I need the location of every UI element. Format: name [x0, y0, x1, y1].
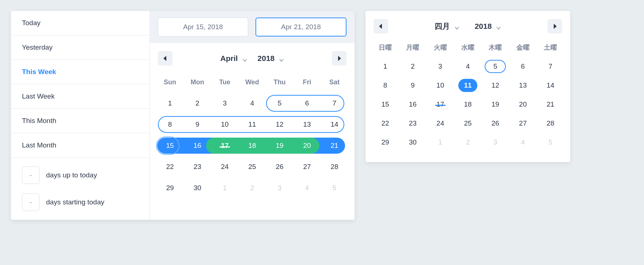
day-cell[interactable]: 12	[266, 120, 293, 128]
chevron-down-icon	[279, 56, 284, 61]
day-cell[interactable]: 24	[427, 119, 454, 127]
day-cell[interactable]: 4	[510, 138, 536, 146]
days-starting-today-input[interactable]	[22, 193, 39, 211]
days-up-to-today-row[interactable]: days up to today	[22, 166, 139, 184]
day-cell[interactable]: 3	[482, 138, 508, 146]
day-cell[interactable]: 2	[399, 62, 426, 70]
preset-this-month[interactable]: This Month	[11, 109, 149, 133]
day-cell[interactable]: 16	[399, 100, 426, 108]
preset-this-week[interactable]: This Week	[11, 60, 149, 84]
year-select[interactable]: 2018	[475, 22, 501, 31]
day-cell[interactable]: 18	[455, 100, 481, 108]
day-cell[interactable]: 14	[321, 120, 348, 128]
day-cell[interactable]: 28	[537, 119, 564, 127]
day-cell[interactable]: 6	[510, 62, 536, 70]
preset-yesterday[interactable]: Yesterday	[11, 35, 149, 60]
day-cell[interactable]: 1	[427, 138, 454, 146]
day-cell[interactable]: 28	[321, 163, 348, 171]
day-cell[interactable]: 26	[482, 119, 508, 127]
next-month-button[interactable]	[332, 51, 346, 66]
day-cell[interactable]: 16	[184, 142, 211, 150]
month-select[interactable]: April	[220, 54, 247, 63]
day-cell[interactable]: 24	[211, 163, 238, 171]
calendar-column: Apr 15, 2018 Apr 21, 2018 April 2018	[150, 11, 355, 220]
days-starting-today-row[interactable]: days starting today	[22, 193, 139, 211]
day-cell[interactable]: 17	[211, 142, 238, 150]
day-cell[interactable]: 12	[482, 81, 508, 89]
start-date-field[interactable]: Apr 15, 2018	[158, 18, 248, 37]
day-cell[interactable]: 9	[184, 120, 211, 128]
day-cell[interactable]: 19	[482, 100, 508, 108]
day-cell[interactable]: 13	[510, 81, 536, 89]
day-cell[interactable]: 30	[399, 138, 426, 146]
end-date-field[interactable]: Apr 21, 2018	[255, 18, 346, 37]
chevron-left-icon	[163, 56, 167, 61]
day-cell[interactable]: 25	[455, 119, 481, 127]
day-cell[interactable]: 11	[239, 120, 266, 128]
day-cell[interactable]: 5	[482, 62, 508, 70]
days-up-to-today-input[interactable]	[22, 166, 39, 184]
svg-marker-1	[338, 56, 341, 61]
preset-last-month[interactable]: Last Month	[11, 133, 149, 158]
day-cell[interactable]: 4	[239, 99, 266, 107]
day-cell[interactable]: 3	[427, 62, 454, 70]
year-select[interactable]: 2018	[258, 54, 284, 63]
weekday-label: Sun	[156, 78, 183, 86]
day-cell[interactable]: 18	[239, 142, 266, 150]
day-cell[interactable]: 1	[372, 62, 398, 70]
day-cell[interactable]: 4	[455, 62, 481, 70]
prev-month-button[interactable]	[158, 51, 173, 66]
next-month-button[interactable]	[548, 19, 562, 34]
day-cell[interactable]: 30	[184, 184, 211, 192]
day-cell[interactable]: 8	[156, 120, 183, 128]
day-cell[interactable]: 27	[510, 119, 536, 127]
day-cell[interactable]: 21	[321, 142, 348, 150]
day-cell[interactable]: 22	[156, 163, 183, 171]
day-cell[interactable]: 26	[266, 163, 293, 171]
day-cell[interactable]: 1	[156, 99, 183, 107]
day-cell[interactable]: 15	[156, 142, 183, 150]
day-cell[interactable]: 17	[427, 100, 454, 108]
day-cell[interactable]: 9	[399, 81, 426, 89]
day-cell[interactable]: 20	[510, 100, 536, 108]
day-cell[interactable]: 13	[293, 120, 321, 128]
day-cell[interactable]: 20	[293, 142, 321, 150]
day-cell[interactable]: 21	[537, 100, 564, 108]
weekday-label: Fri	[293, 78, 321, 86]
weekday-label: 水曜	[455, 43, 481, 52]
weekday-label: Sat	[321, 78, 348, 86]
chevron-down-icon	[242, 56, 247, 61]
preset-last-week[interactable]: Last Week	[11, 84, 149, 109]
day-cell[interactable]: 11	[455, 81, 481, 89]
day-cell[interactable]: 2	[184, 99, 211, 107]
day-cell[interactable]: 19	[266, 142, 293, 150]
day-cell[interactable]: 5	[537, 138, 564, 146]
month-select[interactable]: 四月	[435, 21, 459, 31]
day-cell[interactable]: 22	[372, 119, 398, 127]
day-cell[interactable]: 23	[399, 119, 426, 127]
day-cell[interactable]: 2	[239, 184, 266, 192]
day-cell[interactable]: 2	[455, 138, 481, 146]
day-cell[interactable]: 5	[266, 99, 293, 107]
day-cell[interactable]: 7	[537, 62, 564, 70]
day-cell[interactable]: 23	[184, 163, 211, 171]
day-cell[interactable]: 3	[266, 184, 293, 192]
day-cell[interactable]: 15	[372, 100, 398, 108]
day-cell[interactable]: 10	[427, 81, 454, 89]
day-cell[interactable]: 27	[293, 163, 321, 171]
day-cell[interactable]: 29	[372, 138, 398, 146]
day-cell[interactable]: 10	[211, 120, 238, 128]
day-cell[interactable]: 14	[537, 81, 564, 89]
preset-today[interactable]: Today	[11, 11, 149, 35]
day-cell[interactable]: 3	[211, 99, 238, 107]
day-cell[interactable]: 7	[321, 99, 348, 107]
day-cell[interactable]: 8	[372, 81, 398, 89]
day-cell[interactable]: 1	[211, 184, 238, 192]
day-cell[interactable]: 25	[239, 163, 266, 171]
prev-month-button[interactable]	[374, 19, 388, 34]
month-label: 四月	[435, 21, 450, 31]
day-cell[interactable]: 5	[321, 184, 348, 192]
day-cell[interactable]: 6	[293, 99, 321, 107]
day-cell[interactable]: 29	[156, 184, 183, 192]
day-cell[interactable]: 4	[293, 184, 321, 192]
